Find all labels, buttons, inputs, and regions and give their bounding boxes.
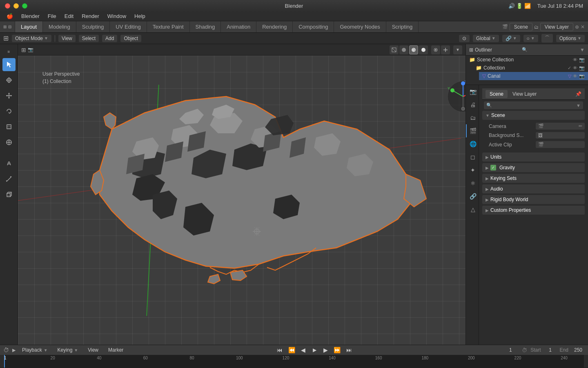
scale-tool[interactable] [2, 120, 16, 133]
measure-tool[interactable] [2, 173, 16, 186]
cursor-tool[interactable] [2, 74, 16, 87]
wireframe-shading[interactable] [390, 45, 399, 54]
outliner-search[interactable]: 🔍 [519, 46, 577, 54]
keying-menu[interactable]: Keying ▼ [54, 346, 82, 354]
current-frame-display[interactable]: 1 [502, 346, 519, 354]
timeline-body[interactable]: 1 20 40 60 80 100 120 140 160 180 200 22… [0, 355, 588, 368]
view-layer-selector[interactable]: View Layer [540, 23, 573, 31]
select-tool[interactable] [2, 58, 16, 71]
workspace-tab-rendering[interactable]: Rendering [256, 21, 293, 32]
gizmos-btn[interactable] [441, 45, 450, 54]
props-tab-data[interactable]: △ [466, 203, 479, 216]
annotate-tool[interactable] [2, 157, 16, 170]
minimize-button[interactable] [13, 3, 19, 9]
add-cube-tool[interactable] [2, 188, 16, 201]
scene-tab-scene[interactable]: Scene [486, 90, 508, 98]
outliner-collection[interactable]: 📁 Collection ✓ 👁 📷 [472, 64, 588, 72]
props-tab-output[interactable]: 🖨 [466, 98, 479, 111]
canal-vis[interactable]: 👁 [573, 74, 577, 79]
marker-menu[interactable]: Marker [105, 346, 127, 354]
active-clip-value[interactable]: 🎬 [536, 141, 585, 148]
props-tab-world[interactable]: 🌐 [466, 137, 479, 150]
gravity-checkbox[interactable]: ✓ [490, 165, 496, 171]
scene-selector[interactable]: Scene [510, 23, 532, 31]
move-tool[interactable] [2, 89, 16, 102]
custom-props-section-header[interactable]: ▶ Custom Properties [482, 206, 585, 215]
scene-tab-view-layer[interactable]: View Layer [508, 90, 541, 98]
add-menu[interactable]: Add [102, 35, 117, 42]
scene-collection-render[interactable]: 📷 [579, 57, 585, 63]
jump-end-btn[interactable]: ⏭ [345, 347, 353, 353]
workspace-tab-layout[interactable]: Layout [15, 21, 43, 32]
canal-render[interactable]: 📷 [579, 74, 585, 79]
props-tab-scene[interactable]: 🎬 [466, 124, 479, 137]
workspace-tab-texture-paint[interactable]: Texture Paint [147, 21, 190, 32]
next-keyframe-btn[interactable]: ⏩ [332, 347, 342, 353]
collection-render[interactable]: 📷 [579, 65, 585, 71]
outliner-scene-collection[interactable]: 📁 Scene Collection 👁 📷 [466, 56, 588, 64]
view-menu[interactable]: View [58, 35, 76, 42]
options-dropdown[interactable]: Options ▼ [556, 35, 585, 42]
workspace-tab-compositing[interactable]: Compositing [293, 21, 334, 32]
transform-tool[interactable] [2, 136, 16, 149]
collection-check[interactable]: ✓ [568, 65, 571, 71]
snap-toggle[interactable]: 🔗 ▼ [502, 35, 520, 42]
proportional-edit[interactable]: ○ ▼ [523, 35, 538, 42]
collection-vis[interactable]: 👁 [573, 65, 577, 70]
close-button[interactable] [5, 3, 10, 9]
outliner-filter-icon[interactable]: ▼ [580, 47, 585, 53]
solid-shading[interactable] [399, 45, 408, 54]
canvas-area[interactable]: Z X Y 🔍 ✋ [18, 56, 466, 345]
props-tab-object[interactable]: ◻ [466, 150, 479, 164]
falloff-type[interactable]: ⌒ [541, 34, 553, 43]
camera-value[interactable]: 🎬 ✏ [536, 123, 585, 130]
material-shading[interactable] [409, 45, 418, 54]
rendered-shading[interactable] [419, 45, 428, 54]
workspace-tab-scripting[interactable]: Scripting [386, 21, 419, 32]
audio-section-header[interactable]: ▶ Audio [482, 184, 585, 193]
background-value[interactable]: 🖼 [536, 132, 585, 139]
play-pause-btn[interactable]: ▶ [310, 346, 319, 355]
props-tab-particles[interactable]: ✦ [466, 164, 479, 177]
prev-keyframe-btn[interactable]: ⏪ [287, 347, 296, 353]
window-menu[interactable]: Window [104, 12, 129, 20]
help-menu[interactable]: Help [131, 12, 149, 20]
rigid-body-section-header[interactable]: ▶ Rigid Body World [482, 195, 585, 204]
render-menu[interactable]: Render [78, 12, 102, 20]
blender-menu[interactable]: Blender [18, 12, 43, 20]
props-tab-constraints[interactable]: 🔗 [466, 190, 479, 203]
workspace-tab-modeling[interactable]: Modeling [43, 21, 76, 32]
props-tab-physics[interactable]: ⚛ [466, 177, 479, 190]
end-frame-input[interactable]: 250 [572, 346, 585, 354]
playback-menu[interactable]: Playback ▼ [19, 346, 51, 354]
transform-space-dropdown[interactable]: Global ▼ [473, 35, 499, 42]
workspace-add-btn[interactable]: ⊕ [575, 24, 579, 30]
workspace-tab-geometry-nodes[interactable]: Geometry Nodes [334, 21, 386, 32]
object-mode-dropdown[interactable]: Object Mode ▼ [12, 35, 51, 42]
scene-collection-vis[interactable]: 👁 [573, 57, 577, 62]
file-menu[interactable]: File [45, 12, 60, 20]
transform-pivot[interactable]: ⊙ [459, 35, 470, 42]
props-tab-view-layer[interactable]: 🗂 [466, 111, 479, 124]
start-frame-input[interactable]: 1 [544, 346, 557, 354]
view-menu[interactable]: View [85, 346, 102, 354]
props-tab-render[interactable]: 📷 [466, 85, 479, 98]
workspace-tab-animation[interactable]: Animation [221, 21, 256, 32]
viewport-3d[interactable]: ⊞ 📷 [18, 44, 466, 345]
camera-edit-icon[interactable]: ✏ [579, 123, 582, 129]
gravity-section-header[interactable]: ▶ ✓ Gravity [482, 163, 585, 172]
workspace-tab-shading[interactable]: Shading [190, 21, 221, 32]
object-menu[interactable]: Object [120, 35, 141, 42]
jump-start-btn[interactable]: ⏮ [276, 347, 284, 353]
workspace-settings-btn[interactable]: ✕ [581, 24, 585, 30]
workspace-tab-uv-editing[interactable]: UV Editing [110, 21, 147, 32]
keying-section-header[interactable]: ▶ Keying Sets [482, 174, 585, 183]
viewport-options-btn[interactable]: ▼ [453, 45, 462, 54]
edit-menu[interactable]: Edit [61, 12, 77, 20]
search-options-icon[interactable]: ▼ [576, 103, 581, 108]
apple-menu[interactable]: 🍎 [3, 12, 16, 20]
props-search-bar[interactable]: 🔍 ▼ [484, 101, 583, 109]
units-section-header[interactable]: ▶ Units [482, 153, 585, 162]
overlays-btn[interactable] [431, 45, 440, 54]
scene-section-header[interactable]: ▼ Scene [482, 111, 585, 120]
